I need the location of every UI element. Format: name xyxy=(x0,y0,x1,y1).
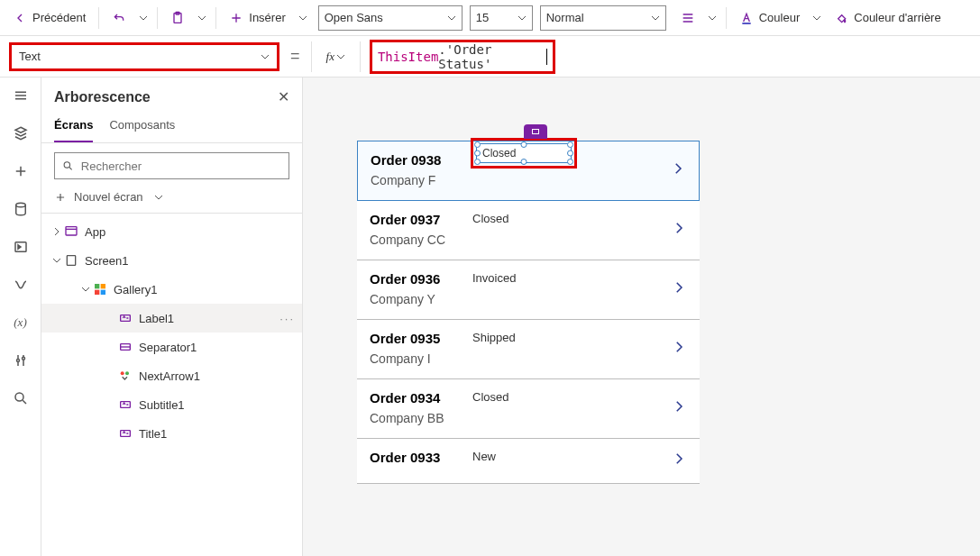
rail-tools[interactable] xyxy=(12,351,30,369)
paste-menu[interactable] xyxy=(194,10,210,26)
tree-item-screen1[interactable]: Screen1 xyxy=(41,246,302,275)
gallery-item[interactable]: Order 0933New xyxy=(357,439,700,484)
fontweight-select[interactable]: Normal xyxy=(540,5,666,31)
next-arrow[interactable] xyxy=(671,220,687,239)
rail-flows[interactable] xyxy=(12,276,30,294)
tree-item-label: Screen1 xyxy=(85,254,128,268)
tree-title: Arborescence xyxy=(54,89,151,105)
property-select[interactable]: Text xyxy=(9,42,279,71)
tree-search[interactable] xyxy=(54,152,289,179)
fontcolor-label: Couleur xyxy=(759,11,801,24)
svg-point-17 xyxy=(125,371,129,375)
svg-point-2 xyxy=(15,203,25,207)
tab-components[interactable]: Composants xyxy=(109,111,175,142)
database-icon xyxy=(13,201,29,217)
insert-menu[interactable] xyxy=(295,10,311,26)
next-arrow[interactable] xyxy=(670,160,686,179)
chevron-down-icon xyxy=(261,52,270,61)
equals-sign: = xyxy=(289,47,302,66)
align-menu[interactable] xyxy=(704,10,720,26)
font-select[interactable]: Open Sans xyxy=(318,5,463,31)
formula-input[interactable]: ThisItem.'Order Status' xyxy=(370,40,555,74)
media-icon xyxy=(13,239,29,255)
next-arrow[interactable] xyxy=(671,398,687,417)
tree-toggle[interactable] xyxy=(79,285,92,294)
back-button[interactable]: Précédent xyxy=(5,7,93,29)
separator xyxy=(157,7,158,29)
undo-menu[interactable] xyxy=(135,10,151,26)
chevron-down-icon xyxy=(651,14,660,23)
tree-search-input[interactable] xyxy=(81,160,281,173)
tree-toggle[interactable] xyxy=(50,227,63,236)
tree-item-label: Title1 xyxy=(139,427,167,441)
fontcolor-menu[interactable] xyxy=(809,10,825,26)
tree-close[interactable]: ✕ xyxy=(278,88,289,105)
layers-icon xyxy=(13,125,29,141)
canvas[interactable]: Order 0938Company FClosedOrder 0937Compa… xyxy=(303,77,980,556)
next-arrow[interactable] xyxy=(671,279,687,298)
tree-item-title1[interactable]: Title1 xyxy=(41,419,302,448)
svg-point-16 xyxy=(121,371,124,375)
fontsize-select[interactable]: 15 xyxy=(470,5,533,31)
align-button[interactable] xyxy=(673,7,702,29)
formula-keyword: ThisItem xyxy=(378,50,438,64)
insert-button[interactable]: Insérer xyxy=(222,7,292,29)
tree-item-label1[interactable]: Label1··· xyxy=(41,304,302,333)
menu-icon xyxy=(13,87,29,104)
text-cursor xyxy=(546,49,547,65)
order-title: Order 0933 xyxy=(370,450,469,465)
next-arrow[interactable] xyxy=(671,339,687,358)
tree-toggle[interactable] xyxy=(50,256,63,265)
rail-data[interactable] xyxy=(12,200,30,218)
gallery-item[interactable]: Order 0937Company CCClosed xyxy=(357,201,700,260)
paste-button[interactable] xyxy=(163,7,192,29)
rail-tree[interactable] xyxy=(12,124,30,142)
tree-item-label: App xyxy=(85,225,105,239)
fontcolor-button[interactable]: Couleur xyxy=(732,7,808,29)
bgcolor-label: Couleur d'arrière xyxy=(854,11,940,24)
selection-tag[interactable] xyxy=(524,124,547,139)
gallery-item[interactable]: Order 0936Company YInvoiced xyxy=(357,260,700,320)
tree-item-app[interactable]: App xyxy=(41,217,302,246)
rail-hamburger[interactable] xyxy=(12,87,30,105)
svg-rect-20 xyxy=(533,130,539,134)
formula-bar: Text = fx ThisItem.'Order Status' xyxy=(0,36,980,77)
tools-icon xyxy=(13,352,29,369)
order-subtitle: Company F xyxy=(371,173,470,187)
plus-icon xyxy=(54,191,67,204)
gallery-item[interactable]: Order 0935Company IShipped xyxy=(357,320,700,379)
app-preview: Order 0938Company FClosedOrder 0937Compa… xyxy=(357,141,700,484)
svg-rect-11 xyxy=(101,284,105,288)
tree-item-subtitle1[interactable]: Subtitle1 xyxy=(41,390,302,419)
gallery-item[interactable]: Order 0934Company BBClosed xyxy=(357,379,700,439)
order-status: New xyxy=(472,450,496,463)
flow-icon xyxy=(13,277,29,293)
arrow-icon xyxy=(117,368,133,384)
undo-button[interactable] xyxy=(105,7,133,29)
fontsize-value: 15 xyxy=(476,11,489,24)
new-screen-button[interactable]: Nouvel écran xyxy=(41,185,302,214)
tree-body: AppScreen1Gallery1Label1···Separator1Nex… xyxy=(41,214,302,556)
tree-item-gallery1[interactable]: Gallery1 xyxy=(41,275,302,304)
tree-item-label: Separator1 xyxy=(139,341,197,354)
fx-label: fx xyxy=(326,50,334,64)
separator-icon xyxy=(117,339,133,355)
tree-item-nextarrow1[interactable]: NextArrow1 xyxy=(41,361,302,390)
tab-screens[interactable]: Écrans xyxy=(54,111,93,142)
bgcolor-button[interactable]: Couleur d'arrière xyxy=(827,7,948,29)
tree-item-more[interactable]: ··· xyxy=(279,312,295,325)
svg-rect-9 xyxy=(67,256,75,266)
separator xyxy=(360,41,361,72)
rail-variables[interactable]: (x) xyxy=(12,314,30,332)
order-subtitle: Company BB xyxy=(370,411,469,425)
rail-media[interactable] xyxy=(12,238,30,256)
plus-icon xyxy=(13,163,29,179)
tree-item-separator1[interactable]: Separator1 xyxy=(41,333,302,361)
rail-insert[interactable] xyxy=(12,162,30,180)
clipboard-icon xyxy=(170,11,185,25)
rail-search[interactable] xyxy=(12,389,30,407)
next-arrow[interactable] xyxy=(671,451,687,469)
order-title: Order 0938 xyxy=(371,152,470,168)
gallery-item[interactable]: Order 0938Company FClosed xyxy=(357,141,700,201)
fx-button[interactable]: fx xyxy=(321,46,351,68)
